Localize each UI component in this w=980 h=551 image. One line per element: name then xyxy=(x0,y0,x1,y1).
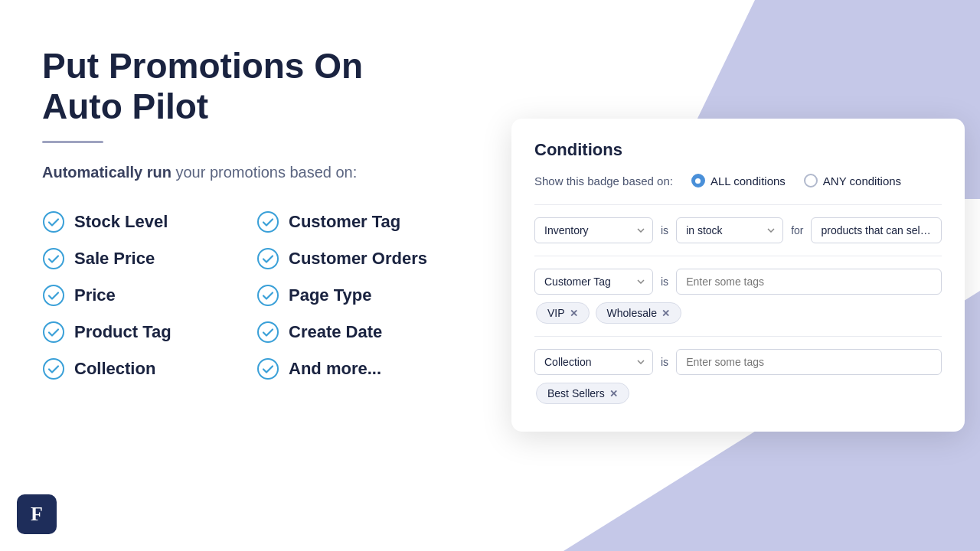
vip-tag-label: VIP xyxy=(547,307,565,319)
best-sellers-tag-label: Best Sellers xyxy=(547,387,605,399)
svg-point-0 xyxy=(44,212,64,232)
customer-tag-input[interactable] xyxy=(676,269,942,295)
feature-collection: Collection xyxy=(42,357,234,380)
svg-point-7 xyxy=(258,322,278,342)
show-badge-row: Show this badge based on: ALL conditions… xyxy=(534,174,942,187)
feature-product-tag: Product Tag xyxy=(42,321,234,344)
separator-3 xyxy=(534,336,942,337)
feature-stock-level: Stock Level xyxy=(42,210,234,233)
products-text: products that can sell out xyxy=(811,217,942,243)
svg-point-8 xyxy=(44,359,64,379)
condition-row-2: Customer Tag is xyxy=(534,269,942,295)
condition-row-1: Inventory is in stock for products that … xyxy=(534,217,942,243)
subtitle-bold: Automatically run xyxy=(42,164,172,181)
check-icon-stock xyxy=(42,210,65,233)
feature-label-stock: Stock Level xyxy=(74,212,168,232)
check-icon-and-more xyxy=(256,357,279,380)
radio-any-dot xyxy=(804,174,818,187)
feature-label-customer-orders: Customer Orders xyxy=(289,249,427,269)
vip-tag: VIP ✕ xyxy=(536,302,590,324)
feature-page-type: Page Type xyxy=(256,284,448,307)
wholesale-tag-remove[interactable]: ✕ xyxy=(662,308,670,319)
feature-customer-orders: Customer Orders xyxy=(256,247,448,270)
check-icon-product-tag xyxy=(42,321,65,344)
check-icon-customer-tag xyxy=(256,210,279,233)
feature-label-sale-price: Sale Price xyxy=(74,249,155,269)
radio-all-dot xyxy=(691,174,705,187)
feature-price: Price xyxy=(42,284,234,307)
feature-customer-tag: Customer Tag xyxy=(256,210,448,233)
separator-2 xyxy=(534,256,942,256)
feature-label-price: Price xyxy=(74,285,116,305)
condition-row-3: Collection is xyxy=(534,349,942,375)
left-panel: Put Promotions On Auto Pilot Automatical… xyxy=(0,0,490,551)
svg-point-4 xyxy=(44,285,64,305)
vip-tag-remove[interactable]: ✕ xyxy=(570,308,578,319)
check-icon-collection xyxy=(42,357,65,380)
customer-tag-select[interactable]: Customer Tag xyxy=(534,269,653,295)
logo-box: F xyxy=(17,494,57,534)
feature-label-create-date: Create Date xyxy=(289,322,382,342)
customer-tag-tags-row: VIP ✕ Wholesale ✕ xyxy=(534,302,942,324)
feature-label-customer-tag: Customer Tag xyxy=(289,212,400,232)
subtitle-rest: your promotions based on: xyxy=(172,164,357,181)
feature-sale-price: Sale Price xyxy=(42,247,234,270)
check-icon-price xyxy=(42,284,65,307)
svg-point-3 xyxy=(258,249,278,269)
best-sellers-tag: Best Sellers ✕ xyxy=(536,383,629,404)
feature-create-date: Create Date xyxy=(256,321,448,344)
radio-any-conditions[interactable]: ANY conditions xyxy=(804,174,901,187)
check-icon-create-date xyxy=(256,321,279,344)
collection-input[interactable] xyxy=(676,349,942,375)
best-sellers-tag-remove[interactable]: ✕ xyxy=(609,388,618,399)
subtitle: Automatically run your promotions based … xyxy=(42,161,448,183)
collection-select[interactable]: Collection xyxy=(534,349,653,375)
feature-label-page-type: Page Type xyxy=(289,285,371,305)
radio-any-label: ANY conditions xyxy=(823,174,901,187)
logo-letter: F xyxy=(31,503,43,526)
check-icon-sale-price xyxy=(42,247,65,270)
svg-point-6 xyxy=(44,322,64,342)
check-icon-page-type xyxy=(256,284,279,307)
in-stock-select[interactable]: in stock xyxy=(676,217,783,243)
conditions-card: Conditions Show this badge based on: ALL… xyxy=(511,119,965,432)
feature-and-more: And more... xyxy=(256,357,448,380)
inventory-select[interactable]: Inventory xyxy=(534,217,653,243)
conditions-title: Conditions xyxy=(534,140,942,160)
page-title: Put Promotions On Auto Pilot xyxy=(42,46,448,127)
feature-label-product-tag: Product Tag xyxy=(74,322,172,342)
wholesale-tag: Wholesale ✕ xyxy=(596,302,681,324)
for-label-1: for xyxy=(791,224,803,236)
svg-point-9 xyxy=(258,359,278,379)
svg-point-1 xyxy=(258,212,278,232)
title-divider xyxy=(42,141,103,143)
check-icon-customer-orders xyxy=(256,247,279,270)
separator-1 xyxy=(534,204,942,205)
show-badge-label: Show this badge based on: xyxy=(534,174,673,187)
features-grid: Stock Level Customer Tag Sale Price Cust… xyxy=(42,210,448,380)
radio-all-conditions[interactable]: ALL conditions xyxy=(691,174,786,187)
svg-point-2 xyxy=(44,249,64,269)
wholesale-tag-label: Wholesale xyxy=(607,307,657,319)
is-label-3: is xyxy=(661,356,668,368)
is-label-2: is xyxy=(661,276,668,288)
feature-label-collection: Collection xyxy=(74,359,155,379)
svg-point-5 xyxy=(258,285,278,305)
is-label-1: is xyxy=(661,224,668,236)
collection-tags-row: Best Sellers ✕ xyxy=(534,383,942,404)
radio-all-label: ALL conditions xyxy=(710,174,786,187)
feature-label-and-more: And more... xyxy=(289,359,381,379)
